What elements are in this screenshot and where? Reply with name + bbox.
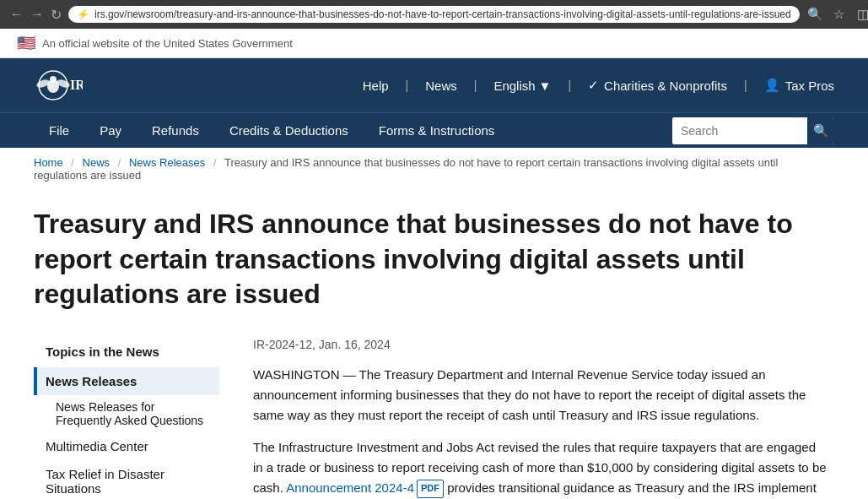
breadcrumb-sep-3: / — [213, 156, 217, 169]
tax-pros-icon: 👤 — [764, 78, 780, 93]
url-text: irs.gov/newsroom/treasury-and-irs-announ… — [94, 8, 791, 20]
sidebar-item-news-releases[interactable]: News Releases — [34, 367, 219, 395]
pdf-badge: PDF — [417, 480, 444, 498]
main-nav-links: File Pay Refunds Credits & Deductions Fo… — [34, 113, 509, 148]
extensions-icon[interactable]: ◫ — [854, 5, 868, 24]
svg-point-4 — [50, 76, 57, 83]
nav-refunds[interactable]: Refunds — [137, 113, 214, 148]
top-bar: 🇺🇸 An official website of the United Sta… — [0, 29, 868, 58]
page-title: Treasury and IRS announce that businesse… — [34, 207, 793, 312]
breadcrumb-home[interactable]: Home — [34, 156, 63, 169]
article-content: IR-2024-12, Jan. 16, 2024 WASHINGTON — T… — [253, 338, 827, 499]
tax-pros-link[interactable]: 👤 Tax Pros — [764, 78, 834, 93]
sidebar: Topics in the News News Releases News Re… — [34, 338, 219, 499]
charities-icon: ✓ — [588, 78, 599, 93]
official-text: An official website of the United States… — [42, 37, 293, 50]
article-para-2: The Infrastructure Investment and Jobs A… — [253, 437, 827, 499]
irs-nav: Help | News | English ▼ | ✓ Charities & … — [363, 78, 834, 93]
sidebar-item-news-releases-faq[interactable]: News Releases for Frequently Asked Quest… — [34, 395, 219, 432]
back-button[interactable]: ← — [10, 5, 24, 24]
nav-divider-4: | — [744, 79, 747, 92]
article-para-1: WASHINGTON — The Treasury Department and… — [253, 365, 827, 426]
nav-divider-3: | — [568, 79, 571, 92]
breadcrumb: Home / News / News Releases / Treasury a… — [0, 148, 868, 190]
search-button[interactable]: 🔍 — [807, 117, 834, 144]
nav-forms[interactable]: Forms & Instructions — [364, 113, 510, 148]
page-content: Treasury and IRS announce that businesse… — [0, 190, 868, 499]
star-icon[interactable]: ☆ — [830, 5, 849, 24]
search-input[interactable] — [672, 121, 807, 141]
sidebar-item-multimedia[interactable]: Multimedia Center — [34, 432, 219, 460]
article-body: WASHINGTON — The Treasury Department and… — [253, 365, 827, 499]
nav-pay[interactable]: Pay — [84, 113, 137, 148]
browser-icons: 🔍 ☆ ◫ — [806, 5, 868, 24]
nav-divider-2: | — [474, 79, 477, 92]
translate-icon[interactable]: 🔍 — [806, 5, 825, 24]
chevron-down-icon: ▼ — [539, 79, 552, 93]
ir-date: IR-2024-12, Jan. 16, 2024 — [253, 338, 827, 351]
breadcrumb-news-releases[interactable]: News Releases — [129, 156, 205, 169]
help-link[interactable]: Help — [363, 79, 389, 93]
address-bar[interactable]: ⚡ irs.gov/newsroom/treasury-and-irs-anno… — [68, 6, 800, 23]
irs-header: IRS Help | News | English ▼ | ✓ Charitie… — [0, 58, 868, 112]
search-icon: 🔍 — [813, 123, 829, 138]
nav-credits[interactable]: Credits & Deductions — [214, 113, 364, 148]
content-layout: Topics in the News News Releases News Re… — [34, 338, 834, 499]
announcement-link[interactable]: Announcement 2024-4 — [286, 480, 414, 495]
svg-text:IRS: IRS — [70, 78, 83, 92]
irs-logo[interactable]: IRS — [34, 68, 84, 102]
sidebar-section-title: Topics in the News — [34, 338, 219, 366]
breadcrumb-sep-2: / — [118, 156, 121, 169]
refresh-button[interactable]: ↻ — [51, 5, 62, 24]
sidebar-item-tax-relief[interactable]: Tax Relief in Disaster Situations — [34, 460, 219, 499]
english-label: English — [493, 79, 535, 93]
main-nav: File Pay Refunds Credits & Deductions Fo… — [0, 112, 868, 148]
news-link[interactable]: News — [425, 79, 457, 93]
nav-divider-1: | — [406, 79, 409, 92]
us-flag-icon: 🇺🇸 — [17, 34, 35, 52]
language-selector[interactable]: English ▼ — [493, 79, 551, 93]
irs-logo-icon: IRS — [34, 68, 84, 102]
nav-file[interactable]: File — [34, 113, 84, 148]
forward-button[interactable]: → — [30, 5, 44, 24]
breadcrumb-news[interactable]: News — [83, 156, 111, 169]
charities-label: Charities & Nonprofits — [604, 79, 727, 93]
breadcrumb-sep-1: / — [71, 156, 74, 169]
tax-pros-label: Tax Pros — [785, 79, 834, 93]
charities-link[interactable]: ✓ Charities & Nonprofits — [588, 78, 727, 93]
browser-chrome: ← → ↻ ⚡ irs.gov/newsroom/treasury-and-ir… — [0, 0, 868, 29]
search-box: 🔍 — [672, 117, 834, 144]
